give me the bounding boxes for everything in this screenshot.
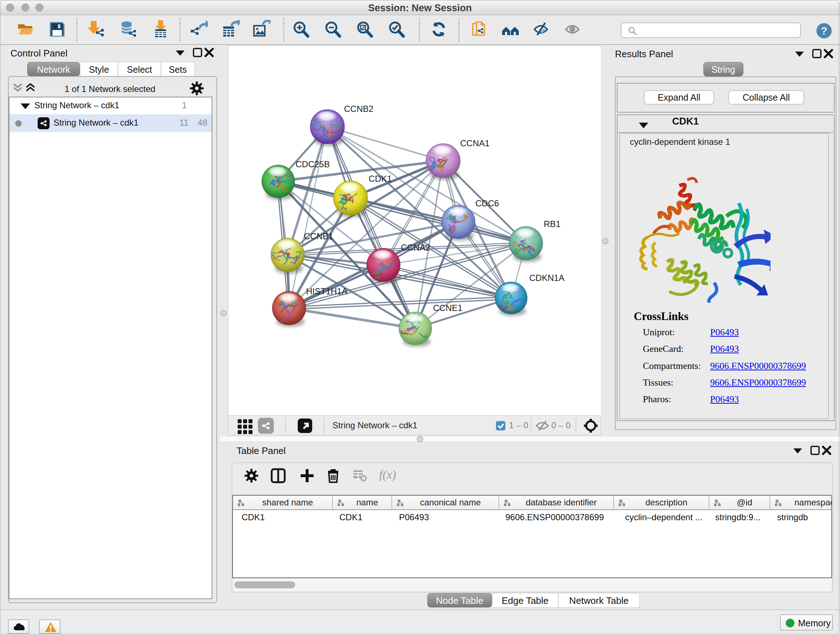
svg-text:?: ? — [821, 25, 827, 36]
svg-text:RB1: RB1 — [544, 219, 561, 229]
svg-text:CDKN1A: CDKN1A — [529, 273, 564, 283]
svg-text:CCNA2: CCNA2 — [401, 242, 430, 252]
svg-text:CCNA1: CCNA1 — [460, 138, 489, 148]
svg-text:CDK1: CDK1 — [369, 174, 392, 184]
svg-text:CCNB1: CCNB1 — [304, 231, 333, 241]
svg-text:CCNE1: CCNE1 — [433, 303, 462, 313]
svg-text:CCNB2: CCNB2 — [344, 104, 373, 114]
svg-text:HIST1H1A: HIST1H1A — [306, 287, 347, 296]
svg-text:CDC25B: CDC25B — [295, 159, 330, 169]
svg-text:CDC6: CDC6 — [475, 198, 499, 208]
